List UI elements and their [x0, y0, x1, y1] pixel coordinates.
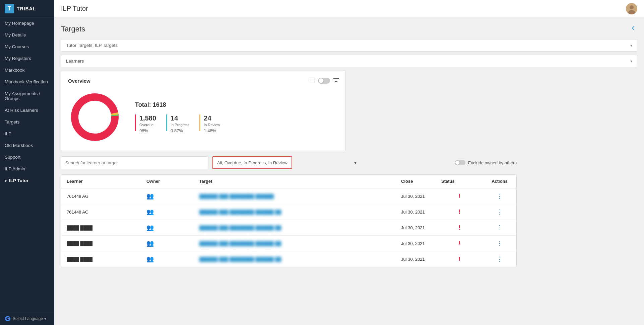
language-dropdown-icon: ▾ — [44, 316, 46, 321]
sidebar-item-my-courses[interactable]: My Courses — [0, 41, 54, 53]
cell-actions[interactable]: ⋮ — [483, 204, 516, 220]
cell-close: Jul 30, 2021 — [396, 251, 436, 267]
main-content: ILP Tutor Targets Tutor Targets, ILP Tar… — [54, 0, 644, 325]
sidebar-item-support[interactable]: Support — [0, 151, 54, 163]
user-avatar[interactable] — [626, 3, 637, 14]
owner-icon: 👥 — [146, 224, 154, 231]
learners-chevron-icon: ▾ — [630, 59, 632, 64]
cell-actions[interactable]: ⋮ — [483, 188, 516, 204]
owner-icon: 👥 — [146, 193, 154, 199]
sidebar-item-markbook-verification[interactable]: Markbook Verification — [0, 76, 54, 88]
action-menu-button[interactable]: ⋮ — [497, 256, 503, 262]
cell-target[interactable]: ██████ ███ ████████ ██████ ██ — [194, 251, 396, 267]
cell-owner: 👥 — [141, 188, 194, 204]
donut-chart — [68, 90, 122, 144]
cell-actions[interactable]: ⋮ — [483, 236, 516, 251]
sidebar-item-my-registers[interactable]: My Registers — [0, 53, 54, 64]
action-menu-button[interactable]: ⋮ — [497, 224, 503, 231]
sidebar-item-ilp[interactable]: ILP — [0, 128, 54, 140]
action-menu-button[interactable]: ⋮ — [497, 193, 503, 199]
table-row: 761448 AG👥██████ ███ ████████ ██████Jul … — [61, 188, 516, 204]
back-button[interactable] — [629, 24, 637, 34]
search-input[interactable] — [61, 156, 208, 169]
sidebar-item-markbook[interactable]: Markbook — [0, 64, 54, 76]
overdue-bar — [135, 114, 136, 131]
stats-area: Total: 1618 1,580 Overdue 98% — [135, 101, 220, 133]
svg-rect-6 — [309, 82, 315, 82]
cell-target[interactable]: ██████ ███ ████████ ██████ — [194, 188, 396, 204]
cell-target[interactable]: ██████ ███ ████████ ██████ ██ — [194, 220, 396, 236]
sidebar-item-ilp-tutor[interactable]: ILP Tutor — [0, 175, 54, 186]
exclude-toggle-switch[interactable] — [455, 160, 465, 165]
status-icon: ! — [458, 209, 460, 215]
owner-icon: 👥 — [146, 256, 154, 262]
chart-area: Total: 1618 1,580 Overdue 98% — [68, 90, 339, 144]
overdue-label: Overdue — [139, 123, 156, 127]
th-learner: Learner — [61, 175, 141, 188]
targets-dropdown[interactable]: Tutor Targets, ILP Targets ▾ — [61, 39, 637, 52]
svg-point-2 — [630, 5, 634, 9]
cell-status: ! — [436, 220, 483, 236]
target-text: ██████ ███ ████████ ██████ ██ — [199, 257, 281, 262]
cell-status: ! — [436, 204, 483, 220]
google-icon — [5, 316, 11, 322]
sidebar-item-my-assignments[interactable]: My Assignments / Groups — [0, 88, 54, 104]
sidebar-item-ilp-admin[interactable]: ILP Admin — [0, 163, 54, 175]
cell-close: Jul 30, 2021 — [396, 220, 436, 236]
status-filter-select[interactable]: All, Overdue, In Progress, In ReviewAllO… — [212, 156, 292, 169]
in-review-pct: 1.48% — [204, 128, 220, 133]
targets-chevron-icon: ▾ — [630, 43, 632, 48]
overdue-details: 1,580 Overdue 98% — [139, 114, 156, 133]
overview-toggle[interactable] — [318, 78, 330, 84]
in-progress-pct: 0.87% — [171, 128, 189, 133]
svg-point-14 — [79, 101, 111, 133]
exclude-toggle: Exclude owned by others — [455, 160, 517, 165]
targets-dropdown-value: Tutor Targets, ILP Targets — [66, 43, 118, 48]
in-progress-details: 14 In Progress 0.87% — [171, 114, 189, 133]
in-review-label: In Review — [204, 123, 220, 127]
select-language-label: Select Language — [13, 316, 43, 321]
cell-actions[interactable]: ⋮ — [483, 251, 516, 267]
owner-icon: 👥 — [146, 240, 154, 247]
cell-actions[interactable]: ⋮ — [483, 220, 516, 236]
learners-dropdown-value: Learners — [66, 59, 84, 64]
action-menu-button[interactable]: ⋮ — [497, 240, 503, 247]
svg-rect-4 — [309, 78, 315, 78]
status-icon: ! — [458, 193, 460, 199]
overview-header: Overview — [68, 78, 339, 84]
topbar: ILP Tutor — [54, 0, 644, 17]
stat-items: 1,580 Overdue 98% 14 In Progress 0.8 — [135, 114, 220, 133]
target-text: ██████ ███ ████████ ██████ ██ — [199, 241, 281, 246]
status-filter-wrapper: All, Overdue, In Progress, In ReviewAllO… — [212, 156, 360, 169]
cell-learner: ████ ████ — [61, 220, 141, 236]
cell-status: ! — [436, 236, 483, 251]
cell-owner: 👥 — [141, 204, 194, 220]
cell-target[interactable]: ██████ ███ ████████ ██████ ██ — [194, 204, 396, 220]
learners-dropdown[interactable]: Learners ▾ — [61, 55, 637, 67]
sidebar-item-targets[interactable]: Targets — [0, 116, 54, 128]
app-title: ILP Tutor — [61, 5, 88, 12]
page-header: Targets — [61, 24, 637, 34]
sidebar-item-old-markbook[interactable]: Old Markbook — [0, 140, 54, 151]
cell-owner: 👥 — [141, 251, 194, 267]
list-view-icon[interactable] — [309, 78, 315, 84]
select-language-footer[interactable]: Select Language ▾ — [0, 312, 54, 325]
logo-icon: T — [5, 4, 14, 13]
total-count: Total: 1618 — [135, 101, 220, 108]
filter-icon[interactable] — [333, 78, 339, 84]
target-text: ██████ ███ ████████ ██████ ██ — [199, 210, 281, 215]
cell-target[interactable]: ██████ ███ ████████ ██████ ██ — [194, 236, 396, 251]
target-text: ██████ ███ ████████ ██████ ██ — [199, 225, 281, 230]
action-menu-button[interactable]: ⋮ — [497, 209, 503, 215]
sidebar-item-my-details[interactable]: My Details — [0, 29, 54, 41]
status-icon: ! — [458, 224, 460, 231]
th-target: Target — [194, 175, 396, 188]
sidebar-item-my-homepage[interactable]: My Homepage — [0, 17, 54, 29]
sidebar-item-at-risk-learners[interactable]: At Risk Learners — [0, 104, 54, 116]
table-row: ████ ████👥██████ ███ ████████ ██████ ██J… — [61, 236, 516, 251]
stat-in-progress: 14 In Progress 0.87% — [166, 114, 189, 133]
table-row: ████ ████👥██████ ███ ████████ ██████ ██J… — [61, 251, 516, 267]
overview-title: Overview — [68, 78, 90, 84]
cell-learner: ████ ████ — [61, 236, 141, 251]
page-title: Targets — [61, 25, 85, 33]
